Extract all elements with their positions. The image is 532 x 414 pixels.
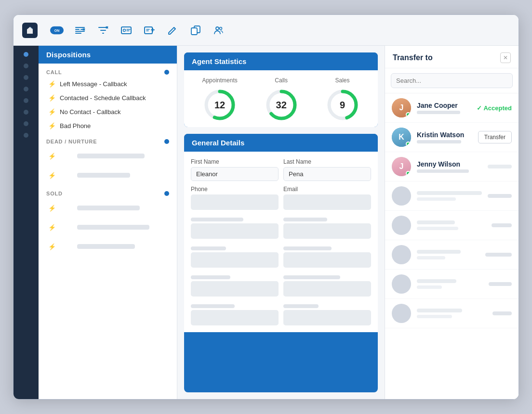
agent-name-jenny: Jenny Wilson <box>417 160 482 168</box>
app-window: ON <box>13 14 519 400</box>
lightning-icon-4: ⚡ <box>48 122 56 129</box>
agent-row-placeholder-1 <box>385 181 519 211</box>
lightning-icon-1: ⚡ <box>48 80 56 88</box>
sidebar-dot-6[interactable] <box>24 110 28 115</box>
accepted-badge-jane: ✓ Accepted <box>477 104 512 112</box>
agent-statistics-card: Agent Statistics Appointments 12 <box>184 52 378 127</box>
sidebar-dot-8[interactable] <box>24 133 28 138</box>
copy-icon[interactable] <box>189 24 202 37</box>
phone-field-group: Phone <box>191 186 279 210</box>
agent-name-kristin: Kristin Watson <box>417 131 472 139</box>
placeholder-field-5 <box>191 272 279 297</box>
agent-avatar-kristin: K <box>392 128 411 147</box>
stat-sales: Sales 9 <box>325 77 360 122</box>
stat-calls: Calls 32 <box>264 77 299 122</box>
sidebar-dot-2[interactable] <box>24 64 28 68</box>
placeholder-bar-3 <box>77 206 140 210</box>
sidebar-dot-3[interactable] <box>24 75 28 80</box>
donut-sales: 9 <box>325 88 360 122</box>
disp-item-bad-phone[interactable]: ⚡ Bad Phone <box>39 119 177 133</box>
email-input[interactable] <box>283 194 371 210</box>
agent-info-jenny: Jenny Wilson <box>417 160 482 173</box>
phone-on-icon[interactable]: ON <box>50 24 64 37</box>
phone-label: Phone <box>191 186 279 193</box>
online-dot-kristin <box>406 142 411 146</box>
donut-calls: 32 <box>264 88 299 122</box>
dead-nurture-section-label: DEAD / NURTURE <box>39 133 177 146</box>
placeholder-field-3 <box>191 244 279 268</box>
email-label: Email <box>283 186 371 193</box>
disp-item-contacted[interactable]: ⚡ Contacted - Schedule Callback <box>39 91 177 105</box>
dispositions-title: Dispositions <box>46 51 91 59</box>
transfer-search-area <box>385 68 519 93</box>
transfer-title: Transfer to <box>393 53 433 62</box>
sold-section-label: SOLD <box>39 185 177 198</box>
placeholder-field-8 <box>283 301 371 325</box>
placeholder-bar-1 <box>77 154 145 158</box>
agent-avatar-jane: J <box>392 98 411 117</box>
edit-icon[interactable] <box>166 24 179 37</box>
sidebar-dot-5[interactable] <box>24 98 28 103</box>
disp-placeholder-3[interactable]: ⚡ <box>39 198 177 218</box>
agent-statistics-header: Agent Statistics <box>184 52 378 70</box>
sidebar-dot-1[interactable] <box>24 52 28 57</box>
sidebar-dot-7[interactable] <box>24 121 28 126</box>
agent-row-placeholder-5 <box>385 299 519 328</box>
agent-avatar-jenny: J <box>392 157 411 176</box>
disp-placeholder-2[interactable]: ⚡ <box>39 166 177 185</box>
call-section-label: CALL <box>39 64 177 77</box>
status-placeholder-jenny <box>488 165 512 168</box>
lightning-icon-3: ⚡ <box>48 108 56 116</box>
svg-text:ON: ON <box>54 29 60 32</box>
agent-row-kristin-watson: K Kristin Watson Transfer <box>385 123 519 152</box>
placeholder-field-2 <box>283 215 371 239</box>
general-details-card: General Details First Name Eleanor Last … <box>184 134 378 392</box>
disp-placeholder-4[interactable]: ⚡ <box>39 218 177 237</box>
online-dot-jenny <box>406 171 411 176</box>
placeholder-bar-4 <box>77 225 149 230</box>
sidebar-dot-4[interactable] <box>24 87 28 91</box>
first-name-field-group: First Name Eleanor <box>191 158 279 181</box>
disp-placeholder-1[interactable]: ⚡ <box>39 146 177 166</box>
svg-rect-15 <box>145 27 152 34</box>
phone-input[interactable] <box>191 194 279 210</box>
group-icon[interactable] <box>212 24 226 37</box>
transfer-close-button[interactable]: ✕ <box>500 52 511 63</box>
sold-section-dot <box>164 191 169 196</box>
app-logo <box>22 23 38 38</box>
last-name-input[interactable]: Pena <box>283 167 371 181</box>
id-card-icon[interactable] <box>120 24 133 37</box>
disp-item-no-contact[interactable]: ⚡ No Contact - Callback <box>39 105 177 119</box>
svg-point-12 <box>123 29 126 31</box>
online-dot-jane <box>406 112 411 117</box>
middle-panel: Agent Statistics Appointments 12 <box>177 46 385 399</box>
last-name-field-group: Last Name Pena <box>283 158 371 181</box>
transfer-button-kristin[interactable]: Transfer <box>478 131 512 143</box>
stat-appointments: Appointments 12 <box>202 77 237 122</box>
filter-icon[interactable] <box>96 24 110 37</box>
agent-info-jane: Jane Cooper <box>417 102 471 114</box>
add-contact-icon[interactable] <box>143 24 156 37</box>
dead-section-dot <box>164 139 169 144</box>
toolbar-icons: ON <box>50 24 226 37</box>
list-icon[interactable] <box>73 24 87 37</box>
svg-point-23 <box>220 27 222 29</box>
transfer-search-input[interactable] <box>391 73 513 88</box>
donut-appointments: 12 <box>202 88 237 122</box>
transfer-panel: Transfer to ✕ J Jane Co <box>385 46 519 399</box>
dispositions-header: Dispositions <box>39 46 177 64</box>
svg-point-22 <box>216 27 219 30</box>
agent-name-jane: Jane Cooper <box>417 102 471 109</box>
transfer-list: J Jane Cooper ✓ Accepted K <box>385 93 519 399</box>
placeholder-field-6 <box>283 272 371 297</box>
agent-row-jane-cooper: J Jane Cooper ✓ Accepted <box>385 93 519 123</box>
dispositions-panel: Dispositions CALL ⚡ Left Message - Callb… <box>39 46 177 399</box>
general-details-header: General Details <box>184 134 378 152</box>
disp-placeholder-5[interactable]: ⚡ <box>39 237 177 256</box>
disp-item-left-message[interactable]: ⚡ Left Message - Callback <box>39 77 177 91</box>
placeholder-field-4 <box>283 244 371 268</box>
placeholder-field-1 <box>191 215 279 239</box>
agent-row-placeholder-3 <box>385 240 519 270</box>
first-name-input[interactable]: Eleanor <box>191 167 279 181</box>
agent-row-jenny-wilson: J Jenny Wilson <box>385 152 519 181</box>
